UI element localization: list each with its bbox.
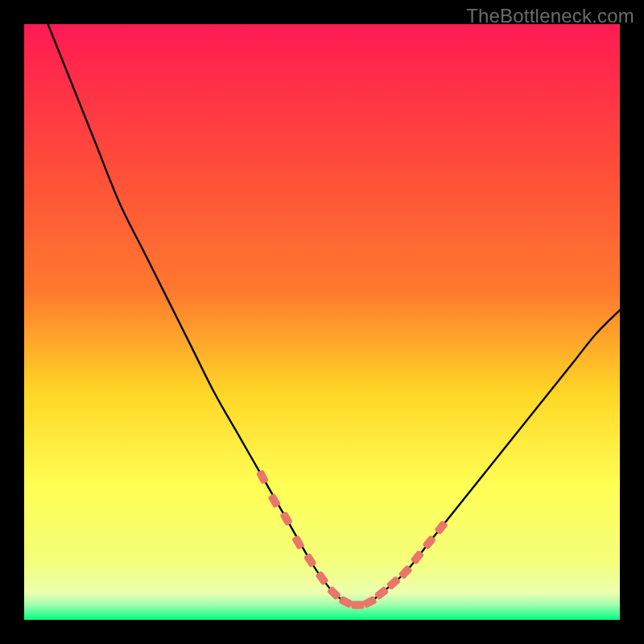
highlight-marker bbox=[351, 601, 364, 609]
plot-area bbox=[24, 24, 620, 620]
chart-frame: TheBottleneck.com bbox=[0, 0, 644, 644]
gradient-background bbox=[24, 24, 620, 620]
bottleneck-chart bbox=[24, 24, 620, 620]
